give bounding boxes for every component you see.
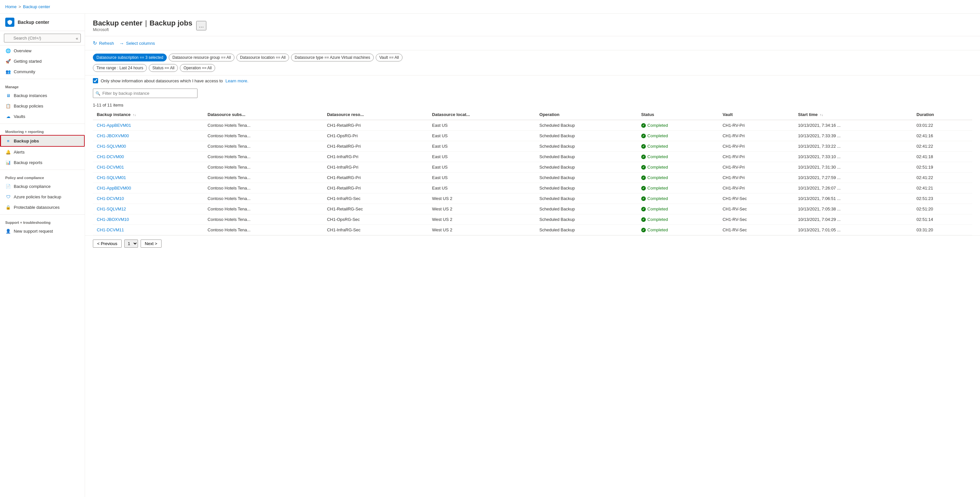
cell-status: Completed bbox=[637, 214, 719, 225]
cell-rg: CH1-InfraRG-Pri bbox=[323, 162, 428, 173]
table-row[interactable]: CH1-JBOXVM00Contoso Hotels Tena...CH1-Op… bbox=[93, 131, 972, 141]
sidebar-item-alerts[interactable]: 🔔 Alerts bbox=[0, 147, 85, 157]
filter-chip[interactable]: Datasource location == All bbox=[236, 54, 289, 62]
cell-subs: Contoso Hotels Tena... bbox=[204, 225, 323, 235]
table-row[interactable]: CH1-DCVM11Contoso Hotels Tena...CH1-Infr… bbox=[93, 225, 972, 235]
cell-instance[interactable]: CH1-DCVM00 bbox=[93, 152, 204, 162]
filter-input-area: 🔍 bbox=[85, 86, 980, 101]
breadcrumb-current[interactable]: Backup center bbox=[23, 4, 50, 9]
toolbar: ↻ Refresh → Select columns bbox=[85, 36, 980, 50]
filter-chip[interactable]: Datasource type == Azure Virtual machine… bbox=[291, 54, 374, 62]
sidebar-item-backup-reports[interactable]: 📊 Backup reports bbox=[0, 157, 85, 168]
sidebar-item-backup-policies[interactable]: 📋 Backup policies bbox=[0, 101, 85, 111]
cell-status: Completed bbox=[637, 152, 719, 162]
cell-status: Completed bbox=[637, 131, 719, 141]
vault-icon: ☁ bbox=[5, 113, 11, 119]
sidebar-item-label: Backup instances bbox=[14, 93, 47, 98]
table-row[interactable]: CH1-SQLVM00Contoso Hotels Tena...CH1-Ret… bbox=[93, 141, 972, 152]
more-options-button[interactable]: ... bbox=[196, 21, 206, 30]
sidebar-item-backup-compliance[interactable]: 📄 Backup compliance bbox=[0, 181, 85, 192]
cell-subs: Contoso Hotels Tena... bbox=[204, 131, 323, 141]
sidebar-collapse-icon[interactable]: « bbox=[76, 36, 78, 41]
status-completed: Completed bbox=[641, 144, 715, 149]
cell-vault: CH1-RV-Sec bbox=[719, 194, 794, 204]
next-page-button[interactable]: Next > bbox=[141, 240, 162, 248]
sidebar-item-label: Alerts bbox=[14, 150, 24, 154]
globe-icon: 🌐 bbox=[5, 48, 11, 54]
cell-subs: Contoso Hotels Tena... bbox=[204, 183, 323, 194]
breadcrumb-home[interactable]: Home bbox=[5, 4, 17, 9]
cell-instance[interactable]: CH1-DCVM11 bbox=[93, 225, 204, 235]
cell-status: Completed bbox=[637, 141, 719, 152]
table-row[interactable]: CH1-SQLVM01Contoso Hotels Tena...CH1-Ret… bbox=[93, 173, 972, 183]
cell-dur: 02:41:21 bbox=[913, 183, 972, 194]
cell-op: Scheduled Backup bbox=[536, 162, 637, 173]
alert-icon: 🔔 bbox=[5, 149, 11, 155]
sidebar-item-label: Community bbox=[14, 69, 35, 74]
status-completed: Completed bbox=[641, 175, 715, 180]
status-completed: Completed bbox=[641, 133, 715, 138]
sort-icon[interactable]: ↑↓ bbox=[132, 113, 136, 117]
cell-op: Scheduled Backup bbox=[536, 120, 637, 131]
sidebar-item-community[interactable]: 👥 Community bbox=[0, 66, 85, 77]
table-row[interactable]: CH1-AppBEVM01Contoso Hotels Tena...CH1-R… bbox=[93, 120, 972, 131]
learn-more-link[interactable]: Learn more. bbox=[226, 78, 248, 83]
select-columns-button[interactable]: → Select columns bbox=[119, 39, 155, 48]
status-dot bbox=[641, 133, 646, 138]
page-title-sub: Backup jobs bbox=[150, 19, 192, 27]
table-column-start[interactable]: Start time ↑↓ bbox=[794, 110, 913, 120]
sort-icon[interactable]: ↑↓ bbox=[819, 113, 823, 117]
cell-instance[interactable]: CH1-DCVM01 bbox=[93, 162, 204, 173]
filter-chip[interactable]: Datasource resource group == All bbox=[169, 54, 234, 62]
table-row[interactable]: CH1-AppBEVM00Contoso Hotels Tena...CH1-R… bbox=[93, 183, 972, 194]
filter-chip[interactable]: Datasource subscription == 3 selected bbox=[93, 54, 167, 62]
page-select[interactable]: 1 bbox=[124, 240, 138, 248]
sidebar-item-getting-started[interactable]: 🚀 Getting started bbox=[0, 56, 85, 66]
sidebar-item-label: Getting started bbox=[14, 59, 41, 64]
sidebar-item-overview[interactable]: 🌐 Overview bbox=[0, 45, 85, 56]
cell-rg: CH1-OpsRG-Sec bbox=[323, 214, 428, 225]
cell-status: Completed bbox=[637, 162, 719, 173]
sidebar-item-backup-instances[interactable]: 🖥 Backup instances bbox=[0, 90, 85, 101]
table-column-instance[interactable]: Backup instance ↑↓ bbox=[93, 110, 204, 120]
cell-vault: CH1-RV-Sec bbox=[719, 214, 794, 225]
cell-instance[interactable]: CH1-SQLVM01 bbox=[93, 173, 204, 183]
sidebar-item-backup-jobs[interactable]: ≡ Backup jobs bbox=[0, 135, 85, 147]
sidebar-search-input[interactable] bbox=[4, 34, 81, 43]
table-row[interactable]: CH1-DCVM10Contoso Hotels Tena...CH1-Infr… bbox=[93, 194, 972, 204]
table-row[interactable]: CH1-JBOXVM10Contoso Hotels Tena...CH1-Op… bbox=[93, 214, 972, 225]
cell-instance[interactable]: CH1-SQLVM12 bbox=[93, 204, 204, 214]
cell-vault: CH1-RV-Pri bbox=[719, 141, 794, 152]
sidebar-item-new-support[interactable]: 👤 New support request bbox=[0, 226, 85, 236]
filter-chip[interactable]: Vault == All bbox=[376, 54, 402, 62]
sidebar-item-protectable-datasources[interactable]: 🔒 Protectable datasources bbox=[0, 202, 85, 213]
page-header: Backup center | Backup jobs Microsoft ..… bbox=[85, 14, 980, 36]
cell-op: Scheduled Backup bbox=[536, 194, 637, 204]
sidebar-item-azure-policies[interactable]: 🛡 Azure policies for backup bbox=[0, 192, 85, 202]
status-completed: Completed bbox=[641, 123, 715, 128]
cell-instance[interactable]: CH1-AppBEVM00 bbox=[93, 183, 204, 194]
table-row[interactable]: CH1-DCVM01Contoso Hotels Tena...CH1-Infr… bbox=[93, 162, 972, 173]
support-section-label: Support + troubleshooting bbox=[0, 217, 85, 226]
cell-instance[interactable]: CH1-DCVM10 bbox=[93, 194, 204, 204]
cell-rg: CH1-RetailRG-Pri bbox=[323, 120, 428, 131]
filter-chip[interactable]: Operation == All bbox=[180, 64, 215, 72]
table-row[interactable]: CH1-SQLVM12Contoso Hotels Tena...CH1-Ret… bbox=[93, 204, 972, 214]
refresh-button[interactable]: ↻ Refresh bbox=[93, 39, 114, 48]
access-checkbox[interactable] bbox=[93, 78, 98, 83]
filter-backup-instance-input[interactable] bbox=[93, 89, 197, 98]
cell-instance[interactable]: CH1-AppBEVM01 bbox=[93, 120, 204, 131]
sidebar-item-vaults[interactable]: ☁ Vaults bbox=[0, 111, 85, 122]
filter-chip[interactable]: Status == All bbox=[149, 64, 178, 72]
cell-loc: East US bbox=[428, 152, 535, 162]
select-columns-label: Select columns bbox=[126, 41, 155, 46]
prev-page-button[interactable]: < Previous bbox=[93, 240, 122, 248]
filter-chip[interactable]: Time range : Last 24 hours bbox=[93, 64, 147, 72]
cell-instance[interactable]: CH1-JBOXVM10 bbox=[93, 214, 204, 225]
cell-instance[interactable]: CH1-SQLVM00 bbox=[93, 141, 204, 152]
table-column-dur: Duration bbox=[913, 110, 972, 120]
status-dot bbox=[641, 228, 646, 232]
filter-area: Datasource subscription == 3 selectedDat… bbox=[85, 50, 980, 75]
cell-instance[interactable]: CH1-JBOXVM00 bbox=[93, 131, 204, 141]
table-row[interactable]: CH1-DCVM00Contoso Hotels Tena...CH1-Infr… bbox=[93, 152, 972, 162]
